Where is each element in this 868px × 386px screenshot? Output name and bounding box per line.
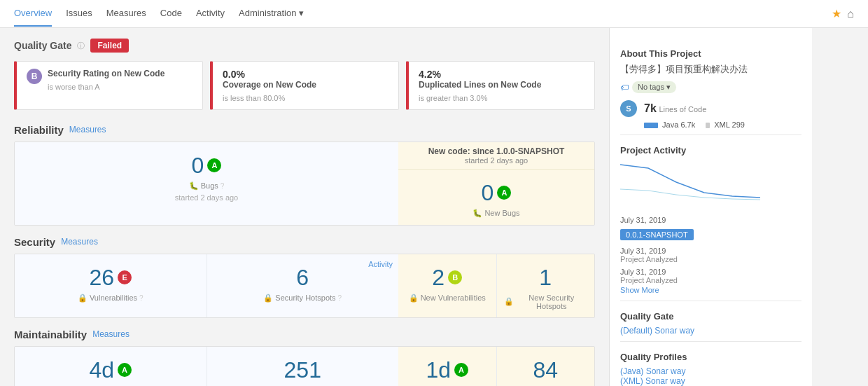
quality-card-condition-2: is less than 80.0%: [223, 94, 316, 102]
profile-java-link[interactable]: Sonar way: [646, 366, 686, 376]
nav-issues[interactable]: Issues: [66, 1, 92, 27]
loc-label: Lines of Code: [659, 105, 706, 113]
new-vuln-icon: 🔒: [409, 294, 419, 303]
activity-date: July 31, 2019: [620, 216, 802, 224]
profile-xml-link[interactable]: Sonar way: [645, 376, 685, 386]
loc-value: 7k: [644, 102, 657, 114]
activity-title: Project Activity: [620, 145, 802, 156]
home-icon[interactable]: ⌂: [847, 8, 854, 20]
security-metrics: 26 E 🔒 Vulnerabilities ? Activity 6: [14, 254, 595, 318]
lock-icon: 🔒: [78, 294, 88, 303]
loc-info: 7k Lines of Code: [644, 102, 706, 115]
activity-chart: [620, 161, 802, 210]
project-name: 【劳得多】项目预重构解决办法: [620, 63, 802, 76]
show-more-link[interactable]: Show More: [620, 286, 659, 294]
about-title: About This Project: [620, 48, 802, 59]
vulnerabilities-label: 🔒 Vulnerabilities ?: [22, 294, 200, 303]
activity-chart-svg: [620, 161, 760, 203]
bug-icon: 🐛: [189, 181, 199, 191]
nav-activity[interactable]: Activity: [196, 1, 225, 27]
security-new-code-metrics: 2 B 🔒 New Vulnerabilities 1 �: [398, 254, 594, 317]
quality-gate-info-icon[interactable]: ⓘ: [77, 41, 85, 51]
profile-java: (Java) Sonar way: [620, 366, 802, 376]
bugs-label: 🐛 Bugs ?: [22, 181, 391, 191]
quality-gate-cards: B Security Rating on New Code is worse t…: [14, 61, 595, 110]
new-debt-metric: 1d A New Debt: [398, 347, 496, 386]
nav-links: Overview Issues Measures Code Activity A…: [14, 1, 304, 27]
smells-value: 251: [214, 357, 392, 383]
bugs-started: started 2 days ago: [22, 191, 391, 207]
new-bugs-metric: 0 A 🐛 New Bugs: [398, 170, 594, 225]
quality-profiles-title: Quality Profiles: [620, 352, 802, 362]
quality-card-condition: is worse than A: [48, 83, 164, 91]
hotspot-info-icon[interactable]: ?: [338, 294, 342, 302]
new-debt-grade: A: [454, 363, 468, 377]
quality-card-duplications: 4.2% Duplicated Lines on New Code is gre…: [406, 61, 595, 110]
tags-line: 🏷 No tags ▾: [620, 81, 802, 93]
event-text-1: Project Analyzed: [620, 255, 802, 263]
security-measures-link[interactable]: Measures: [61, 237, 98, 247]
quality-card-value-2: 0.0%: [223, 69, 316, 80]
maintainability-measures-link[interactable]: Measures: [92, 329, 130, 339]
new-hotspot-value: 1: [504, 265, 588, 291]
bugs-value: 0 A: [22, 153, 391, 179]
hotspots-activity-link[interactable]: Activity: [368, 260, 393, 268]
no-tags-badge[interactable]: No tags ▾: [632, 81, 676, 93]
bugs-info-icon[interactable]: ?: [220, 182, 225, 190]
debt-value: 4d A: [22, 357, 200, 383]
grade-badge-b: B: [27, 69, 42, 84]
new-bugs-label: 🐛 New Bugs: [405, 209, 587, 218]
reliability-title: Reliability: [14, 124, 64, 136]
languages-row: Java 6.7k XML 299: [644, 120, 802, 129]
quality-card-content: B Security Rating on New Code is worse t…: [27, 69, 192, 91]
nav-code[interactable]: Code: [160, 1, 182, 27]
vuln-info-icon[interactable]: ?: [139, 294, 144, 302]
snapshot-badge[interactable]: 0.0.1-SNAPSHOT: [620, 229, 694, 240]
quality-card-coverage: 0.0% Coverage on New Code is less than 8…: [210, 61, 399, 110]
maintainability-title: Maintainability: [14, 329, 87, 340]
nav-administration[interactable]: Administration ▾: [239, 1, 304, 27]
maintainability-all-metrics: 4d A Debt ? 251 ⚙ Code Smells ?: [15, 347, 398, 386]
quality-card-security: B Security Rating on New Code is worse t…: [14, 61, 203, 110]
quality-gate-link[interactable]: Sonar way: [654, 326, 694, 336]
reliability-measures-link[interactable]: Measures: [69, 125, 106, 135]
divider-1: [620, 135, 802, 135]
reliability-section-header: Reliability Measures: [14, 124, 595, 136]
bugs-metric: 0 A 🐛 Bugs ? started 2 days ago: [15, 142, 398, 225]
tag-icon: 🏷: [620, 83, 629, 92]
tag-dropdown-icon: ▾: [666, 83, 671, 91]
divider-2: [620, 301, 802, 301]
main-layout: Quality Gate ⓘ Failed B Security Rating …: [0, 28, 868, 386]
quality-card-content-3: 4.2% Duplicated Lines on New Code is gre…: [419, 69, 584, 102]
reliability-metrics: 0 A 🐛 Bugs ? started 2 days ago New code…: [14, 142, 595, 226]
new-smells-value: 84: [504, 357, 588, 383]
new-vuln-label: 🔒 New Vulnerabilities: [405, 294, 489, 303]
nav-overview[interactable]: Overview: [14, 1, 52, 27]
vulnerabilities-value: 26 E: [22, 265, 200, 291]
new-hotspot-label: 🔒 New Security Hotspots: [504, 294, 588, 310]
quality-card-label-3: Duplicated Lines on New Code: [419, 80, 541, 91]
new-hotspots-metric: 1 🔒 New Security Hotspots: [496, 254, 595, 317]
maintainability-metrics: 4d A Debt ? 251 ⚙ Code Smells ?: [14, 346, 595, 386]
maintainability-new-code-metrics: 1d A New Debt 84 ⚙ New Code Sm: [398, 347, 594, 386]
maintainability-new-code: 1d A New Debt 84 ⚙ New Code Sm: [398, 347, 594, 386]
quality-gate-title: Quality Gate: [14, 40, 71, 51]
quality-card-text-area-3: 4.2% Duplicated Lines on New Code is gre…: [419, 69, 541, 102]
new-vulnerabilities-metric: 2 B 🔒 New Vulnerabilities: [398, 254, 496, 317]
xml-bar: [706, 123, 710, 128]
new-bugs-value: 0 A: [405, 180, 587, 206]
java-bar: [644, 123, 658, 128]
reliability-all-metrics: 0 A 🐛 Bugs ? started 2 days ago: [15, 142, 398, 225]
reliability-new-code: New code: since 1.0.0-SNAPSHOT started 2…: [398, 142, 594, 225]
top-navigation: Overview Issues Measures Code Activity A…: [0, 0, 868, 28]
new-bug-icon: 🐛: [472, 209, 482, 218]
nav-measures[interactable]: Measures: [106, 1, 146, 27]
new-vuln-grade: B: [448, 270, 462, 284]
sidebar: About This Project 【劳得多】项目预重构解决办法 🏷 No t…: [609, 28, 812, 386]
content-area: Quality Gate ⓘ Failed B Security Rating …: [0, 28, 609, 386]
star-icon[interactable]: ★: [832, 7, 841, 20]
security-new-code: 2 B 🔒 New Vulnerabilities 1 �: [398, 254, 594, 317]
bugs-grade: A: [207, 158, 221, 172]
hotspots-metric: Activity 6 🔒 Security Hotspots ?: [206, 254, 399, 317]
quality-card-label-2: Coverage on New Code: [223, 80, 316, 91]
